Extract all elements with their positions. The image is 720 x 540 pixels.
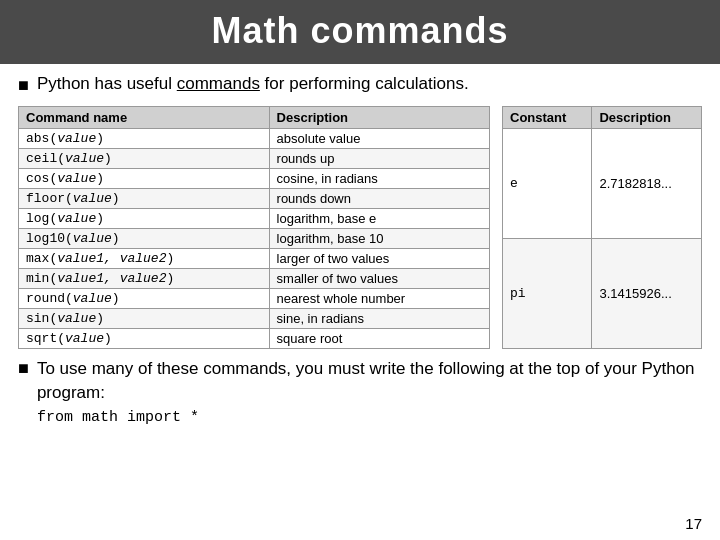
const-row: pi3.1415926... xyxy=(503,239,702,349)
main-content: ■ Python has useful commands for perform… xyxy=(0,64,720,442)
command-cell: min(value1, value2) xyxy=(19,269,270,289)
const-desc-cell: 3.1415926... xyxy=(592,239,702,349)
bullet-dot-1: ■ xyxy=(18,75,29,96)
desc-cell: rounds up xyxy=(269,149,489,169)
bullet-dot-2: ■ xyxy=(18,358,29,379)
table-row: cos(value)cosine, in radians xyxy=(19,169,490,189)
bullet-1: ■ Python has useful commands for perform… xyxy=(18,74,702,96)
command-cell: sin(value) xyxy=(19,309,270,329)
table-row: min(value1, value2)smaller of two values xyxy=(19,269,490,289)
main-table: Command name Description abs(value)absol… xyxy=(18,106,490,349)
command-cell: cos(value) xyxy=(19,169,270,189)
desc-cell: sine, in radians xyxy=(269,309,489,329)
desc-cell: logarithm, base 10 xyxy=(269,229,489,249)
table-row: floor(value)rounds down xyxy=(19,189,490,209)
command-cell: log(value) xyxy=(19,209,270,229)
table-row: abs(value)absolute value xyxy=(19,129,490,149)
command-cell: abs(value) xyxy=(19,129,270,149)
page-number: 17 xyxy=(685,515,702,532)
bullet-1-text: Python has useful commands for performin… xyxy=(37,74,469,94)
table-row: sin(value)sine, in radians xyxy=(19,309,490,329)
const-name-cell: e xyxy=(503,129,592,239)
bullet-2-text: To use many of these commands, you must … xyxy=(37,359,695,402)
constants-table: Constant Description e2.7182818...pi3.14… xyxy=(502,106,702,349)
table-row: ceil(value)rounds up xyxy=(19,149,490,169)
table-row: log10(value)logarithm, base 10 xyxy=(19,229,490,249)
desc-cell: cosine, in radians xyxy=(269,169,489,189)
const-name-cell: pi xyxy=(503,239,592,349)
command-cell: max(value1, value2) xyxy=(19,249,270,269)
desc-cell: logarithm, base e xyxy=(269,209,489,229)
command-cell: sqrt(value) xyxy=(19,329,270,349)
const-desc-cell: 2.7182818... xyxy=(592,129,702,239)
tables-container: Command name Description abs(value)absol… xyxy=(18,106,702,349)
command-cell: round(value) xyxy=(19,289,270,309)
col-header-description: Description xyxy=(269,107,489,129)
desc-cell: nearest whole number xyxy=(269,289,489,309)
bullet-2: ■ To use many of these commands, you mus… xyxy=(18,357,702,426)
table-row: round(value)nearest whole number xyxy=(19,289,490,309)
col-header-constant: Constant xyxy=(503,107,592,129)
col-header-command: Command name xyxy=(19,107,270,129)
command-cell: floor(value) xyxy=(19,189,270,209)
page-title: Math commands xyxy=(0,10,720,52)
desc-cell: square root xyxy=(269,329,489,349)
commands-link[interactable]: commands xyxy=(177,74,260,93)
command-cell: log10(value) xyxy=(19,229,270,249)
desc-cell: absolute value xyxy=(269,129,489,149)
const-row: e2.7182818... xyxy=(503,129,702,239)
table-row: max(value1, value2)larger of two values xyxy=(19,249,490,269)
col-header-const-desc: Description xyxy=(592,107,702,129)
table-row: log(value)logarithm, base e xyxy=(19,209,490,229)
code-line: from math import * xyxy=(37,409,702,426)
desc-cell: larger of two values xyxy=(269,249,489,269)
desc-cell: rounds down xyxy=(269,189,489,209)
header: Math commands xyxy=(0,0,720,64)
command-cell: ceil(value) xyxy=(19,149,270,169)
desc-cell: smaller of two values xyxy=(269,269,489,289)
table-row: sqrt(value)square root xyxy=(19,329,490,349)
